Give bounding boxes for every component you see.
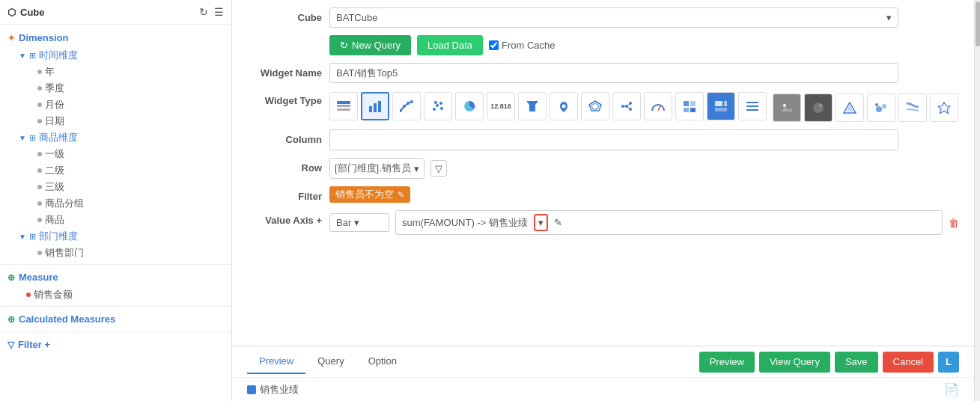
- list-item[interactable]: 日期: [0, 113, 231, 129]
- widget-type-control: 12.816: [329, 91, 959, 122]
- filter-control: 销售员不为空 ✎: [329, 186, 959, 203]
- list-item[interactable]: 销售金额: [0, 287, 231, 303]
- widget-type-network[interactable]: [612, 92, 641, 120]
- list-item[interactable]: 三级: [0, 179, 231, 195]
- dept-dimension-label: 部门维度: [39, 230, 78, 243]
- refresh-icon[interactable]: ↻: [199, 6, 208, 18]
- svg-rect-1: [337, 105, 350, 107]
- tab-query[interactable]: Query: [305, 349, 356, 374]
- scroll-thumb[interactable]: [976, 1, 980, 46]
- calc-icon: ⊕: [7, 314, 15, 325]
- load-data-button[interactable]: Load Data: [417, 35, 483, 55]
- list-item[interactable]: 年: [0, 64, 231, 80]
- widget-type-heatmap[interactable]: [675, 92, 704, 120]
- widget-type-map[interactable]: [550, 92, 578, 120]
- svg-rect-32: [724, 101, 727, 106]
- svg-rect-34: [746, 102, 758, 103]
- list-item[interactable]: 商品分组: [0, 195, 231, 212]
- dept-dimension-node[interactable]: ▼ ⊞ 部门维度: [0, 228, 231, 245]
- delete-icon[interactable]: 🗑: [949, 217, 959, 229]
- list-item[interactable]: 商品: [0, 212, 231, 228]
- svg-rect-33: [715, 108, 727, 111]
- widget-type-number[interactable]: 12.816: [487, 92, 515, 120]
- svg-rect-5: [378, 101, 381, 112]
- item-label: 二级: [45, 164, 64, 177]
- row-row: Row [部门维度].销售员 ▾ ▽: [247, 158, 959, 179]
- widget-name-input[interactable]: [329, 63, 898, 83]
- cube-row: Cube BATCube ▾: [247, 7, 959, 28]
- bullet-icon: [37, 251, 42, 255]
- item-label: 日期: [45, 114, 64, 128]
- sort-dropdown-button[interactable]: ▾: [534, 214, 548, 231]
- blue-button[interactable]: L: [938, 352, 959, 373]
- widget-type-image[interactable]: [773, 94, 801, 122]
- save-button[interactable]: Save: [835, 352, 878, 373]
- row-select[interactable]: [部门维度].销售员 ▾: [329, 158, 424, 179]
- item-label: 商品分组: [45, 197, 84, 210]
- row-control: [部门维度].销售员 ▾ ▽: [329, 158, 959, 179]
- tab-preview[interactable]: Preview: [247, 349, 305, 374]
- widget-type-other[interactable]: [930, 94, 958, 122]
- measure-edit-icon[interactable]: ✎: [554, 217, 562, 228]
- node-expand-icon: ▼: [19, 134, 26, 142]
- widget-type-funnel[interactable]: [518, 92, 547, 120]
- widget-type-list[interactable]: [738, 92, 767, 120]
- bullet-icon: [37, 185, 42, 189]
- column-field-box[interactable]: [329, 129, 898, 150]
- svg-point-12: [439, 102, 442, 105]
- from-cache-label-group[interactable]: From Cache: [489, 40, 556, 51]
- legend-label: 销售业绩: [260, 383, 299, 397]
- dimension-section[interactable]: ✦ Dimension: [0, 28, 231, 47]
- widget-type-treemap[interactable]: [707, 92, 735, 120]
- bar-type-select[interactable]: Bar ▾: [329, 213, 389, 232]
- sidebar-title-group: ⬡ Cube: [7, 7, 45, 18]
- widget-type-table[interactable]: [329, 92, 358, 120]
- widget-type-radar[interactable]: [581, 92, 609, 120]
- edit-icon[interactable]: ✎: [398, 190, 404, 200]
- item-label: 季度: [45, 82, 64, 95]
- from-cache-checkbox[interactable]: [489, 40, 499, 50]
- list-item[interactable]: 月份: [0, 97, 231, 113]
- tab-option[interactable]: Option: [356, 349, 409, 374]
- widget-type-pie[interactable]: [455, 92, 484, 120]
- menu-icon[interactable]: ☰: [214, 6, 224, 18]
- filter-label: Filter +: [18, 339, 50, 350]
- widget-type-bubble[interactable]: [867, 94, 895, 122]
- svg-point-38: [783, 104, 786, 107]
- calculated-measures-section[interactable]: ⊕ Calculated Measures: [0, 310, 231, 328]
- scrollbar[interactable]: [974, 0, 980, 401]
- widget-type-sankey[interactable]: [898, 94, 927, 122]
- preview-button[interactable]: Preview: [699, 352, 755, 373]
- measure-section[interactable]: ⊕ Measure: [0, 268, 231, 287]
- sidebar-actions: ↻ ☰: [199, 6, 224, 18]
- page-icon[interactable]: 📄: [944, 382, 959, 397]
- widget-type-scatter[interactable]: [424, 92, 452, 120]
- view-query-button[interactable]: View Query: [759, 352, 830, 373]
- dimension-icon: ✦: [7, 33, 15, 43]
- list-item[interactable]: 销售部门: [0, 245, 231, 261]
- list-item[interactable]: 一级: [0, 146, 231, 162]
- row-filter-icon[interactable]: ▽: [430, 160, 447, 177]
- svg-rect-36: [746, 109, 758, 111]
- cube-select[interactable]: BATCube ▾: [329, 7, 898, 28]
- filter-section[interactable]: ▽ Filter +: [0, 335, 231, 354]
- widget-type-bar-chart[interactable]: [361, 92, 389, 120]
- widget-type-gauge[interactable]: [644, 92, 672, 120]
- new-query-button[interactable]: ↻ New Query: [329, 35, 411, 55]
- item-label: 销售部门: [45, 246, 84, 260]
- filter-label: Filter: [247, 186, 322, 202]
- list-item[interactable]: 季度: [0, 80, 231, 97]
- node-icon: ⊞: [29, 133, 36, 143]
- widget-type-avatar[interactable]: [836, 94, 864, 122]
- cancel-button[interactable]: Cancel: [883, 352, 934, 373]
- product-dimension-node[interactable]: ▼ ⊞ 商品维度: [0, 129, 231, 146]
- svg-rect-37: [780, 102, 794, 114]
- widget-type-word-cloud[interactable]: [804, 94, 833, 122]
- widget-type-line-chart[interactable]: [392, 92, 421, 120]
- svg-marker-47: [938, 102, 950, 114]
- svg-rect-30: [690, 108, 696, 112]
- filter-tag[interactable]: 销售员不为空 ✎: [329, 186, 410, 203]
- time-dimension-node[interactable]: ▼ ⊞ 时间维度: [0, 47, 231, 64]
- list-item[interactable]: 二级: [0, 162, 231, 179]
- svg-point-10: [433, 108, 436, 111]
